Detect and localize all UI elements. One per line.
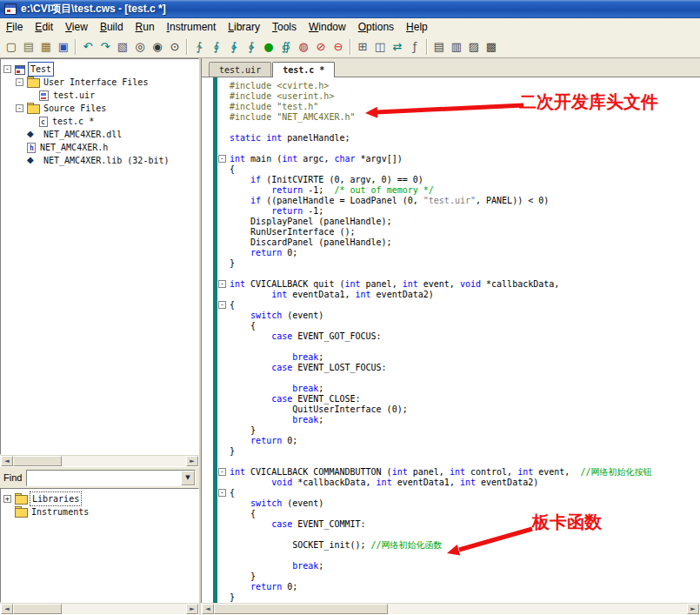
- tab-test-c[interactable]: test.c *: [272, 62, 335, 77]
- run-icon[interactable]: ●: [260, 38, 277, 56]
- code-line-45[interactable]: SOCKET_init(); //网络初始化函数: [217, 540, 700, 551]
- code-line-30[interactable]: break;: [217, 384, 700, 394]
- scroll-thumb[interactable]: [13, 604, 62, 614]
- undo-icon[interactable]: ↶: [79, 38, 97, 56]
- code-line-22[interactable]: -{: [217, 300, 700, 311]
- menu-item-library[interactable]: Library: [222, 19, 266, 35]
- code-line-27[interactable]: break;: [217, 352, 700, 363]
- code-line-47[interactable]: break;: [217, 561, 700, 572]
- open-grid-icon[interactable]: ▦: [37, 38, 55, 56]
- tree-item-net-amc4xer-dll[interactable]: NET_AMC4XER.dll: [1, 128, 198, 141]
- project-tree-hscrollbar[interactable]: ◄ ►: [0, 455, 199, 467]
- scroll-left-button[interactable]: ◄: [1, 456, 13, 466]
- tree-item-test[interactable]: -Test: [1, 63, 198, 76]
- code-line-37[interactable]: [217, 457, 700, 467]
- fold-marker[interactable]: -: [217, 467, 230, 478]
- new-window-icon[interactable]: ▢: [3, 38, 20, 56]
- context-help-icon[interactable]: ▨: [465, 38, 483, 56]
- help-notebook-icon[interactable]: ▥: [448, 38, 465, 56]
- title-bar[interactable]: e:\CVI项目\test.cws - [test.c *]: [0, 0, 700, 18]
- code-line-13[interactable]: return -1;: [217, 206, 700, 217]
- code-line-35[interactable]: return 0;: [217, 436, 700, 446]
- tile-windows-icon[interactable]: ⊞: [354, 38, 371, 56]
- code-line-5[interactable]: [217, 123, 700, 133]
- breakpoint-icon[interactable]: ⊘: [312, 38, 330, 56]
- tree-item-source-files[interactable]: -Source Files: [1, 102, 198, 115]
- function-tree-icon[interactable]: ƒ: [406, 38, 423, 56]
- code-line-1[interactable]: #include <cvirte.h>: [217, 81, 700, 91]
- tree-item-user-interface-files[interactable]: -User Interface Files: [1, 76, 198, 89]
- swap-views-icon[interactable]: ⇄: [389, 38, 406, 56]
- about-icon[interactable]: ▩: [483, 38, 500, 56]
- find-input[interactable]: [27, 471, 181, 485]
- save-icon[interactable]: ▣: [55, 38, 72, 56]
- code-line-7[interactable]: [217, 144, 700, 154]
- code-line-11[interactable]: return -1; /* out of memory */: [217, 185, 700, 196]
- code-line-9[interactable]: {: [217, 164, 700, 175]
- code-line-49[interactable]: return 0;: [217, 582, 700, 592]
- code-line-36[interactable]: }: [217, 446, 700, 457]
- tree-item-instruments[interactable]: Instruments: [1, 505, 198, 518]
- fold-marker[interactable]: -: [217, 300, 230, 311]
- find-icon[interactable]: ◎: [131, 38, 149, 56]
- code-line-28[interactable]: case EVENT_LOST_FOCUS:: [217, 363, 700, 373]
- scroll-track[interactable]: [214, 604, 687, 614]
- menu-item-build[interactable]: Build: [94, 19, 130, 35]
- code-line-21[interactable]: int eventData1, int eventData2): [217, 290, 700, 300]
- code-line-46[interactable]: [217, 551, 700, 561]
- scroll-left-button[interactable]: ◄: [202, 604, 214, 614]
- tree-item-test-uir[interactable]: test.uir: [1, 89, 198, 102]
- scroll-right-button[interactable]: ►: [186, 604, 198, 614]
- code-line-43[interactable]: case EVENT_COMMIT:: [217, 519, 700, 530]
- scroll-right-button[interactable]: ►: [186, 456, 198, 466]
- help-manual-icon[interactable]: ▤: [430, 38, 448, 56]
- fold-marker[interactable]: -: [217, 488, 230, 498]
- expand-icon[interactable]: +: [3, 495, 11, 503]
- code-line-15[interactable]: RunUserInterface ();: [217, 227, 700, 237]
- step-out-icon[interactable]: ∲: [225, 38, 243, 56]
- scroll-thumb[interactable]: [214, 604, 388, 614]
- code-line-6[interactable]: static int panelHandle;: [217, 133, 700, 144]
- find-dropdown-button[interactable]: ▼: [181, 471, 195, 485]
- code-line-29[interactable]: [217, 373, 700, 384]
- library-tree-hscrollbar[interactable]: ◄ ►: [0, 603, 199, 615]
- menu-item-help[interactable]: Help: [400, 19, 434, 35]
- tree-item-net-amc4xer-lib-32-bit[interactable]: NET_AMC4XER.lib (32-bit): [1, 154, 198, 167]
- menu-item-run[interactable]: Run: [130, 19, 161, 35]
- code-line-24[interactable]: {: [217, 321, 700, 331]
- code-line-4[interactable]: #include "NET_AMC4XER.h": [217, 112, 700, 123]
- code-line-40[interactable]: -{: [217, 488, 700, 498]
- code-line-39[interactable]: void *callbackData, int eventData1, int …: [217, 478, 700, 488]
- code-line-8[interactable]: -int main (int argc, char *argv[]): [217, 154, 700, 164]
- scroll-thumb[interactable]: [13, 456, 62, 466]
- code-line-23[interactable]: switch (event): [217, 311, 700, 321]
- tab-test-uir[interactable]: test.uir: [209, 62, 271, 77]
- menu-item-tools[interactable]: Tools: [266, 19, 303, 35]
- cascade-windows-icon[interactable]: ◫: [371, 38, 389, 56]
- scroll-track[interactable]: [13, 456, 186, 466]
- find-next-icon[interactable]: ◉: [149, 38, 166, 56]
- new-file-icon[interactable]: ▤: [20, 38, 37, 56]
- code-line-25[interactable]: case EVENT_GOT_FOCUS:: [217, 331, 700, 342]
- menu-item-file[interactable]: File: [0, 19, 29, 35]
- code-line-18[interactable]: }: [217, 258, 700, 269]
- code-line-34[interactable]: }: [217, 425, 700, 436]
- find-combobox[interactable]: ▼: [26, 470, 196, 486]
- code-line-10[interactable]: if (InitCVIRTE (0, argv, 0) == 0): [217, 175, 700, 185]
- code-line-17[interactable]: return 0;: [217, 248, 700, 258]
- mark-region-icon[interactable]: ▧: [114, 38, 131, 56]
- code-line-16[interactable]: DiscardPanel (panelHandle);: [217, 237, 700, 248]
- menu-item-edit[interactable]: Edit: [29, 19, 59, 35]
- menu-item-options[interactable]: Options: [352, 19, 400, 35]
- collapse-icon[interactable]: -: [16, 104, 23, 112]
- step-into-icon[interactable]: ∱: [190, 38, 208, 56]
- scroll-left-button[interactable]: ◄: [1, 604, 13, 614]
- run-to-cursor-icon[interactable]: ∳: [243, 38, 260, 56]
- code-line-2[interactable]: #include <userint.h>: [217, 91, 700, 102]
- tree-item-test-c[interactable]: test.c *: [1, 115, 198, 128]
- fold-marker[interactable]: -: [217, 154, 230, 164]
- fold-marker[interactable]: -: [217, 279, 230, 290]
- tree-item-libraries[interactable]: +Libraries: [1, 492, 198, 505]
- code-line-19[interactable]: [217, 269, 700, 279]
- code-line-44[interactable]: [217, 530, 700, 540]
